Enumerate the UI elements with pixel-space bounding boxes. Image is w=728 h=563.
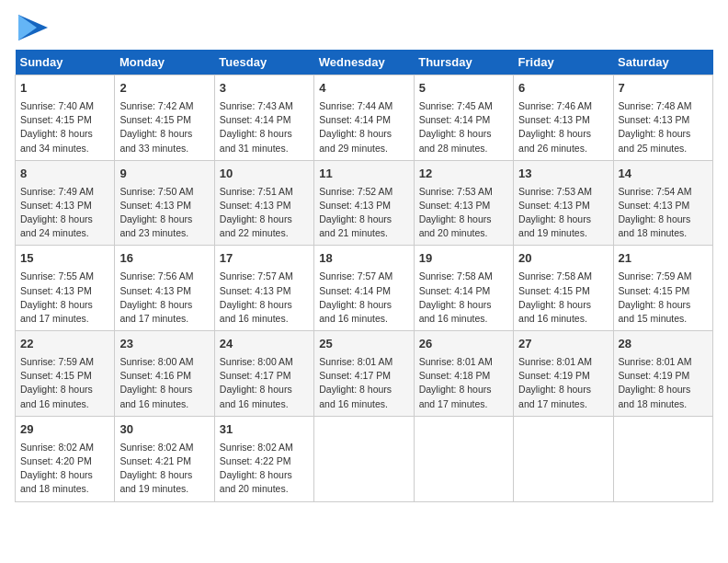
day-info: Daylight: 8 hours bbox=[20, 213, 109, 226]
calendar-cell: 9Sunrise: 7:50 AMSunset: 4:13 PMDaylight… bbox=[115, 160, 214, 246]
day-info: Sunset: 4:14 PM bbox=[419, 284, 508, 298]
calendar-cell: 29Sunrise: 8:02 AMSunset: 4:20 PMDayligh… bbox=[16, 416, 115, 501]
day-info: and 17 minutes. bbox=[419, 397, 508, 411]
day-info: Daylight: 8 hours bbox=[419, 213, 508, 226]
day-number: 28 bbox=[619, 336, 708, 353]
calendar-cell: 27Sunrise: 8:01 AMSunset: 4:19 PMDayligh… bbox=[514, 331, 613, 417]
day-info: and 16 minutes. bbox=[220, 312, 309, 326]
calendar-week-1: 1Sunrise: 7:40 AMSunset: 4:15 PMDaylight… bbox=[16, 75, 713, 161]
day-number: 13 bbox=[518, 166, 608, 183]
calendar-cell: 31Sunrise: 8:02 AMSunset: 4:22 PMDayligh… bbox=[214, 416, 313, 501]
calendar-cell: 25Sunrise: 8:01 AMSunset: 4:17 PMDayligh… bbox=[314, 331, 414, 417]
day-info: Sunset: 4:13 PM bbox=[119, 199, 209, 213]
day-info: Sunset: 4:14 PM bbox=[319, 113, 408, 127]
day-info: Daylight: 8 hours bbox=[220, 127, 309, 141]
day-number: 10 bbox=[220, 166, 309, 183]
day-info: and 16 minutes. bbox=[20, 397, 109, 411]
day-info: and 19 minutes. bbox=[518, 226, 608, 240]
day-info: Daylight: 8 hours bbox=[119, 468, 209, 482]
calendar-week-5: 29Sunrise: 8:02 AMSunset: 4:20 PMDayligh… bbox=[16, 416, 713, 501]
calendar-cell: 15Sunrise: 7:55 AMSunset: 4:13 PMDayligh… bbox=[16, 246, 115, 331]
day-info: and 17 minutes. bbox=[518, 397, 608, 411]
day-info: Daylight: 8 hours bbox=[518, 298, 608, 312]
calendar-cell: 19Sunrise: 7:58 AMSunset: 4:14 PMDayligh… bbox=[414, 246, 513, 331]
day-info: Daylight: 8 hours bbox=[119, 213, 209, 226]
day-info: Sunset: 4:17 PM bbox=[220, 369, 309, 383]
calendar-cell: 20Sunrise: 7:58 AMSunset: 4:15 PMDayligh… bbox=[514, 246, 613, 331]
day-info: Sunrise: 7:55 AM bbox=[20, 270, 109, 283]
day-info: and 16 minutes. bbox=[419, 312, 508, 326]
day-info: Daylight: 8 hours bbox=[419, 383, 508, 396]
day-number: 27 bbox=[518, 336, 608, 353]
day-info: Daylight: 8 hours bbox=[119, 383, 209, 396]
day-info: Sunrise: 7:53 AM bbox=[518, 185, 608, 199]
day-info: Sunset: 4:13 PM bbox=[319, 199, 408, 213]
day-info: and 16 minutes. bbox=[119, 397, 209, 411]
day-info: Sunset: 4:13 PM bbox=[119, 284, 209, 298]
day-info: Daylight: 8 hours bbox=[619, 298, 708, 312]
day-number: 2 bbox=[119, 80, 209, 98]
day-info: Sunrise: 8:01 AM bbox=[419, 355, 508, 369]
day-info: Daylight: 8 hours bbox=[119, 298, 209, 312]
day-info: Sunrise: 7:46 AM bbox=[518, 99, 608, 113]
day-header-sunday: Sunday bbox=[16, 50, 115, 75]
day-info: and 16 minutes. bbox=[319, 397, 408, 411]
calendar-cell bbox=[514, 416, 613, 501]
day-info: Sunrise: 8:00 AM bbox=[220, 355, 309, 369]
logo bbox=[15, 15, 48, 40]
day-info: and 17 minutes. bbox=[119, 312, 209, 326]
day-info: Sunset: 4:13 PM bbox=[619, 199, 708, 213]
day-info: Daylight: 8 hours bbox=[20, 127, 109, 141]
day-info: Daylight: 8 hours bbox=[20, 383, 109, 396]
day-number: 16 bbox=[119, 250, 209, 268]
calendar-cell: 14Sunrise: 7:54 AMSunset: 4:13 PMDayligh… bbox=[613, 160, 712, 246]
day-info: Daylight: 8 hours bbox=[220, 298, 309, 312]
day-info: Daylight: 8 hours bbox=[619, 127, 708, 141]
day-info: Sunset: 4:13 PM bbox=[220, 199, 309, 213]
day-number: 31 bbox=[220, 421, 309, 439]
day-info: Sunset: 4:13 PM bbox=[518, 199, 608, 213]
day-number: 9 bbox=[119, 166, 209, 183]
day-number: 23 bbox=[119, 336, 209, 353]
calendar-table: SundayMondayTuesdayWednesdayThursdayFrid… bbox=[15, 50, 713, 502]
day-number: 17 bbox=[220, 250, 309, 268]
day-info: and 25 minutes. bbox=[619, 142, 708, 155]
day-number: 11 bbox=[319, 166, 408, 183]
day-info: Sunrise: 7:49 AM bbox=[20, 185, 109, 199]
calendar-cell: 4Sunrise: 7:44 AMSunset: 4:14 PMDaylight… bbox=[314, 75, 414, 161]
day-number: 29 bbox=[20, 421, 109, 439]
day-info: Daylight: 8 hours bbox=[319, 213, 408, 226]
day-info: Daylight: 8 hours bbox=[319, 383, 408, 396]
day-number: 19 bbox=[419, 250, 508, 268]
day-info: and 18 minutes. bbox=[619, 397, 708, 411]
day-info: and 34 minutes. bbox=[20, 142, 109, 155]
day-info: Sunrise: 7:40 AM bbox=[20, 99, 109, 113]
day-number: 6 bbox=[518, 80, 608, 98]
calendar-cell bbox=[314, 416, 414, 501]
day-info: Daylight: 8 hours bbox=[20, 298, 109, 312]
calendar-header: SundayMondayTuesdayWednesdayThursdayFrid… bbox=[16, 50, 713, 75]
day-info: Sunrise: 7:43 AM bbox=[220, 99, 309, 113]
day-info: and 17 minutes. bbox=[20, 312, 109, 326]
day-number: 21 bbox=[619, 250, 708, 268]
day-info: and 16 minutes. bbox=[319, 312, 408, 326]
calendar-week-3: 15Sunrise: 7:55 AMSunset: 4:13 PMDayligh… bbox=[16, 246, 713, 331]
day-info: Sunset: 4:17 PM bbox=[319, 369, 408, 383]
day-info: Sunrise: 7:50 AM bbox=[119, 185, 209, 199]
day-header-saturday: Saturday bbox=[613, 50, 712, 75]
day-header-tuesday: Tuesday bbox=[214, 50, 313, 75]
day-info: Sunrise: 7:51 AM bbox=[220, 185, 309, 199]
day-info: Sunrise: 8:01 AM bbox=[518, 355, 608, 369]
day-info: Sunrise: 7:58 AM bbox=[419, 270, 508, 283]
calendar-cell: 24Sunrise: 8:00 AMSunset: 4:17 PMDayligh… bbox=[214, 331, 313, 417]
day-info: Sunset: 4:15 PM bbox=[20, 369, 109, 383]
day-info: Sunrise: 8:02 AM bbox=[220, 441, 309, 454]
day-number: 8 bbox=[20, 166, 109, 183]
day-number: 30 bbox=[119, 421, 209, 439]
day-info: Daylight: 8 hours bbox=[220, 213, 309, 226]
day-info: and 23 minutes. bbox=[119, 226, 209, 240]
calendar-cell: 3Sunrise: 7:43 AMSunset: 4:14 PMDaylight… bbox=[214, 75, 313, 161]
day-info: Sunrise: 7:59 AM bbox=[619, 270, 708, 283]
day-number: 7 bbox=[619, 80, 708, 98]
calendar-cell: 7Sunrise: 7:48 AMSunset: 4:13 PMDaylight… bbox=[613, 75, 712, 161]
